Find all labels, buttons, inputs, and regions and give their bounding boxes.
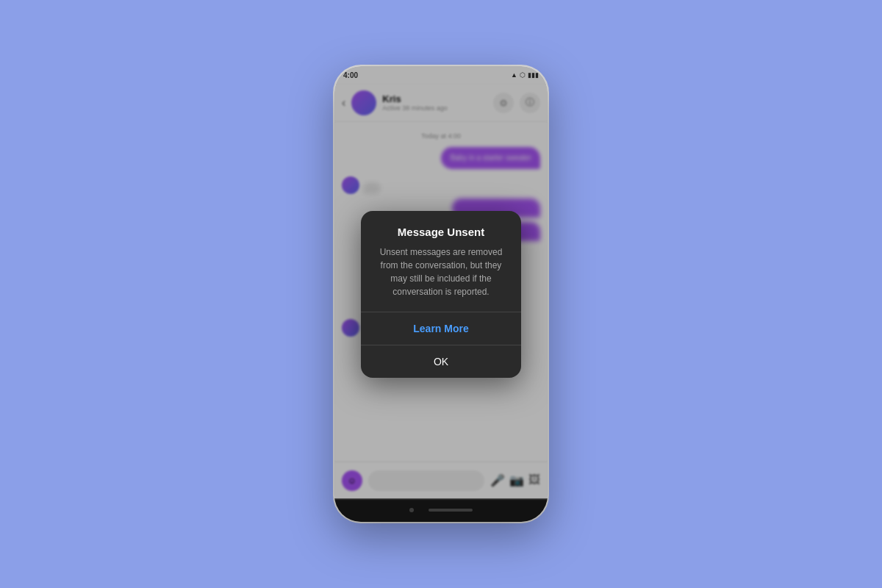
modal-content: Message Unsent Unsent messages are remov… — [361, 211, 521, 298]
modal-dialog: Message Unsent Unsent messages are remov… — [361, 211, 521, 378]
modal-body-text: Unsent messages are removed from the con… — [373, 245, 509, 298]
ok-button[interactable]: OK — [361, 345, 521, 378]
modal-title: Message Unsent — [373, 226, 509, 238]
modal-overlay: Message Unsent Unsent messages are remov… — [334, 66, 548, 522]
modal-actions: Learn More OK — [361, 312, 521, 378]
phone-frame: 4:00 ▲ ⬡ ▮▮▮ ‹ Kris Active 38 minutes ag… — [334, 66, 548, 522]
learn-more-button[interactable]: Learn More — [361, 312, 521, 345]
